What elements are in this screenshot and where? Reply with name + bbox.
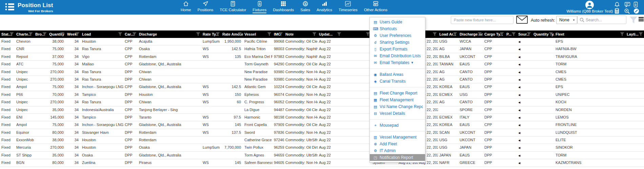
paste-fixture-input[interactable] bbox=[451, 16, 514, 24]
filter-funnel-icon[interactable] bbox=[9, 32, 14, 37]
filter-funnel-icon[interactable] bbox=[478, 32, 482, 37]
nav-item-analytics[interactable]: Analytics bbox=[317, 1, 332, 13]
filter-funnel-icon[interactable] bbox=[28, 32, 33, 37]
column-header-source[interactable]: Sour... bbox=[517, 30, 532, 38]
filter-funnel-icon[interactable] bbox=[312, 32, 317, 37]
table-row[interactable]: FixedBGN80,00034ZueitinaDPPPiraeusWS145S… bbox=[0, 159, 644, 167]
menu-item-ballast-areas[interactable]: ◉Ballast Areas bbox=[370, 71, 425, 78]
table-row[interactable]: FixedAmpol75,00034Inchon - Soraepogu LNG… bbox=[0, 121, 644, 129]
table-row[interactable]: FixedATC75,00034MailiaoCPPGladstone, Qld… bbox=[0, 61, 644, 68]
avatar[interactable] bbox=[585, 1, 594, 9]
menu-item-email-distribution-lists[interactable]: ✉Email Distribution Lists bbox=[370, 52, 425, 59]
column-header-status[interactable]: Stat... bbox=[0, 30, 15, 38]
app-logo[interactable]: Position List Wet For Brokers bbox=[5, 2, 53, 13]
menu-item-email-templates[interactable]: ✉Email Templates▼ bbox=[370, 59, 425, 66]
filter-funnel-icon[interactable] bbox=[75, 32, 80, 37]
table-row[interactable]: FixedP6670,00034TampicoDPPHoustonWS150Ep… bbox=[0, 91, 644, 99]
column-header-load_area[interactable]: Load Ar... bbox=[438, 30, 458, 38]
nav-item-dashboards[interactable]: Dashboards bbox=[273, 1, 294, 13]
menu-item-canal-transits[interactable]: ◈Canal Transits bbox=[370, 78, 425, 85]
filter-funnel-icon[interactable] bbox=[620, 32, 624, 37]
filter-funnel-icon[interactable] bbox=[196, 32, 200, 37]
filter-funnel-icon[interactable] bbox=[267, 32, 271, 37]
table-row[interactable]: FixedEquinor80,00034Stavanger HavnDPPRot… bbox=[0, 129, 644, 136]
column-header-quantity_type[interactable]: Quantity Ty... bbox=[532, 30, 554, 38]
menu-item-users-guide[interactable]: ▤Users Guide bbox=[370, 19, 425, 25]
menu-item-mousepad[interactable]: ⌖Mousepad bbox=[370, 122, 425, 129]
column-header-broker[interactable]: Bro... bbox=[34, 30, 48, 38]
column-header-rate_type[interactable]: Rate Ty... bbox=[201, 30, 221, 38]
menu-item-export-formats[interactable]: ▯Export Formats bbox=[370, 46, 425, 52]
table-row[interactable]: FixedExxonMobil38,00034HoustonCPPRotterd… bbox=[0, 136, 644, 144]
calculator-icon[interactable] bbox=[615, 8, 621, 14]
auto-refresh-select[interactable]: None ▼ bbox=[556, 16, 577, 24]
column-header-discharge_area[interactable]: Discharge Ar... bbox=[458, 30, 483, 38]
filter-funnel-icon[interactable] bbox=[639, 32, 643, 37]
menu-item-shortcuts[interactable]: ⌨Shortcuts bbox=[370, 25, 425, 32]
column-header-fleet[interactable]: Fleet bbox=[554, 30, 625, 38]
table-row[interactable]: FixedChevron38,00034HoustonCPPAcajutlaLu… bbox=[0, 38, 644, 45]
menu-item-vsl-name-change-report[interactable]: ▤Vsl Name Change Report bbox=[370, 103, 425, 110]
filter-funnel-icon[interactable] bbox=[337, 32, 341, 37]
column-header-cargo_type[interactable]: Cargo Ty... bbox=[483, 30, 505, 38]
table-row[interactable]: FixedUnipec35,00034Indonesia/AustraliaCP… bbox=[0, 106, 644, 114]
menu-item-sharing-settings[interactable]: ☌Sharing Settings bbox=[370, 39, 425, 46]
table-row[interactable]: FixedRepsol37,00034VigoCPPRotterdamWS135… bbox=[0, 53, 644, 61]
column-header-charterer[interactable]: Charte... bbox=[15, 30, 34, 38]
column-header-rate_amount[interactable]: Rate Amount bbox=[221, 30, 243, 38]
filter-funnel-icon[interactable] bbox=[511, 32, 516, 37]
column-header-vessel[interactable]: Vessel bbox=[243, 30, 273, 38]
chat-icon[interactable] bbox=[624, 2, 631, 7]
fixture-badge-icon[interactable] bbox=[633, 2, 640, 7]
search-input[interactable] bbox=[586, 16, 626, 23]
menu-item-user-preferences[interactable]: ⚙User Preferences bbox=[370, 32, 425, 39]
column-header-laytime[interactable]: Layti... bbox=[625, 30, 644, 38]
column-header-imo[interactable]: IMO bbox=[273, 30, 284, 38]
filter-funnel-icon[interactable] bbox=[132, 32, 137, 37]
table-row[interactable]: FixedAmpol75,00034Inchon - Soraepogu LNG… bbox=[0, 83, 644, 91]
filter-funnel-icon[interactable] bbox=[549, 32, 553, 37]
column-header-load[interactable]: Load bbox=[81, 30, 123, 38]
pen-circle-icon[interactable] bbox=[633, 8, 640, 14]
hamburger-menu-icon[interactable] bbox=[639, 17, 644, 22]
bell-icon[interactable] bbox=[614, 2, 621, 7]
menu-item-notification-report[interactable]: ◳Notification Report bbox=[370, 154, 425, 161]
nav-item-sales[interactable]: $Sales bbox=[300, 1, 310, 13]
menu-item-fleet-change-report[interactable]: ▤Fleet Change Report bbox=[370, 90, 425, 97]
filter-funnel-icon[interactable] bbox=[42, 32, 47, 37]
column-header-cargo[interactable]: Car... bbox=[123, 30, 138, 38]
search-zoom-icon[interactable] bbox=[624, 8, 631, 14]
nav-item-fixtures[interactable]: Fixtures bbox=[253, 1, 266, 13]
nav-item-positions[interactable]: Positions bbox=[198, 1, 214, 13]
filter-funnel-icon[interactable] bbox=[629, 16, 638, 25]
column-header-week[interactable]: Week bbox=[66, 30, 81, 38]
filter-funnel-icon[interactable] bbox=[432, 32, 437, 37]
column-header-note[interactable]: Note bbox=[284, 30, 318, 38]
column-header-p[interactable]: P... bbox=[505, 30, 517, 38]
menu-item-vessel-details[interactable]: ⊟Vessel Details bbox=[370, 110, 425, 117]
nav-item-other-actions[interactable]: Other Actions bbox=[364, 1, 387, 13]
filter-funnel-icon[interactable] bbox=[118, 32, 122, 37]
table-row[interactable]: FixedCNR75,00034Ras TanuraCPPOsakaWS142.… bbox=[0, 45, 644, 53]
table-row[interactable]: FixedMercuria270,00034HoustonDPPOsakaLum… bbox=[0, 144, 644, 151]
table-row[interactable]: FixedST Shipp35,00034OsakaDPPGladstone, … bbox=[0, 152, 644, 159]
column-header-quantity[interactable]: Quantity bbox=[48, 30, 66, 38]
menu-item-fleet-management[interactable]: ▦Fleet Management bbox=[370, 97, 425, 103]
table-row[interactable]: FixedUnipec270,00034Ras TanuraDPPChiwanN… bbox=[0, 76, 644, 83]
filter-funnel-icon[interactable] bbox=[279, 32, 283, 37]
filter-funnel-icon[interactable] bbox=[216, 32, 220, 37]
menu-item-add-fleet[interactable]: ⊕Add Fleet bbox=[370, 141, 425, 147]
column-header-discharge[interactable]: Discharge bbox=[138, 30, 201, 38]
nav-item-tce-calculator[interactable]: TCE Calculator bbox=[220, 1, 246, 13]
nav-item-timeseries[interactable]: Timeseries bbox=[339, 1, 358, 13]
filter-funnel-icon[interactable] bbox=[238, 32, 242, 37]
column-header-colA[interactable] bbox=[342, 30, 371, 38]
filter-funnel-icon[interactable] bbox=[453, 32, 457, 37]
table-row[interactable]: FixedUnipec270,00034Ras TanuraDPPChiwanN… bbox=[0, 68, 644, 76]
filter-funnel-icon[interactable] bbox=[60, 32, 65, 37]
menu-item-it-admin[interactable]: ⚙IT Admin bbox=[370, 147, 425, 154]
column-header-updated[interactable]: Updat... bbox=[318, 30, 342, 38]
filter-funnel-icon[interactable] bbox=[500, 32, 504, 37]
table-row[interactable]: FixedUnipec270,00034Ras TanuraDPPChiwanW… bbox=[0, 99, 644, 106]
nav-item-home[interactable]: Home bbox=[181, 1, 191, 13]
